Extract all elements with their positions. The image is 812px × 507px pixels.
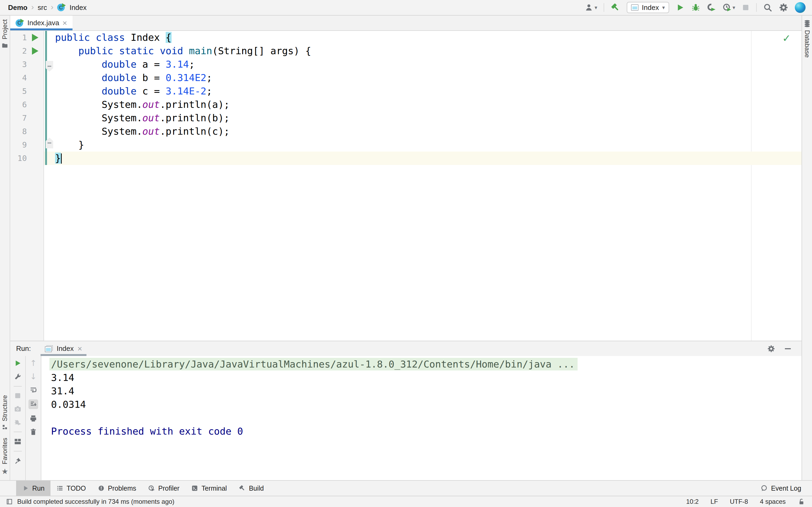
gear-icon xyxy=(779,3,789,12)
editor-tab-index-java[interactable]: C Index.java × xyxy=(10,15,72,30)
play-icon xyxy=(22,485,29,492)
run-toolbar-primary xyxy=(10,356,26,480)
line-number: 8 xyxy=(10,127,27,136)
toolwindow-profiler-label: Profiler xyxy=(158,485,180,492)
restore-layout-icon[interactable] xyxy=(14,438,22,446)
active-tab-underline xyxy=(10,29,72,30)
breadcrumb-src[interactable]: src xyxy=(38,3,47,12)
profiler-button[interactable]: ▾ xyxy=(722,3,735,12)
run-line-icon[interactable] xyxy=(32,34,38,41)
hide-tool-window-icon[interactable] xyxy=(785,348,791,349)
run-button[interactable] xyxy=(675,3,685,12)
gutter-row: 10 xyxy=(10,152,44,165)
pin-tab-icon[interactable] xyxy=(14,457,22,465)
run-settings-gear-icon[interactable] xyxy=(767,345,775,353)
run-with-coverage-button[interactable] xyxy=(707,3,716,12)
gutter-row: 9 xyxy=(10,138,44,152)
run-tab-underline xyxy=(41,354,87,356)
stripe-favorites-button[interactable]: Favorites ★ xyxy=(1,438,9,476)
profiler-clock-icon xyxy=(722,3,731,12)
code-line[interactable]: double c = 3.14E-2; xyxy=(55,84,802,98)
event-log-button[interactable]: Event Log xyxy=(754,481,812,496)
stop-icon xyxy=(742,3,750,11)
code-line[interactable]: System.out.println(a); xyxy=(55,98,802,111)
line-number: 4 xyxy=(10,73,27,82)
debug-button[interactable] xyxy=(691,3,700,12)
run-toolbar-console: ↑ ↓ xyxy=(26,356,41,480)
stripe-database-button[interactable]: Database xyxy=(803,20,811,58)
line-separator[interactable]: LF xyxy=(711,498,718,505)
scroll-to-end-icon xyxy=(30,400,37,408)
prev-occurrence-icon-disabled: ↑ xyxy=(30,359,37,367)
rerun-button[interactable] xyxy=(14,359,22,367)
toolwindow-terminal-button[interactable]: Terminal xyxy=(185,481,233,496)
line-number: 9 xyxy=(10,140,27,150)
code-line[interactable]: public static void main(String[] args) { xyxy=(55,44,802,58)
close-icon[interactable]: × xyxy=(78,345,83,353)
soft-wrap-icon[interactable] xyxy=(29,386,37,394)
run-tab-index[interactable]: Index × xyxy=(41,341,87,356)
line-number: 10 xyxy=(10,154,27,163)
code-line[interactable]: } xyxy=(44,152,802,165)
user-account-button[interactable]: ▾ xyxy=(584,3,597,12)
line-number: 6 xyxy=(10,100,27,109)
file-encoding[interactable]: UTF-8 xyxy=(730,498,748,505)
chevron-separator-icon: › xyxy=(31,3,34,11)
code-line[interactable]: double a = 3.14; xyxy=(55,58,802,71)
toolwindow-run-button[interactable]: Run xyxy=(16,481,50,496)
code-line[interactable]: public class Index { xyxy=(55,31,802,44)
toolwindow-profiler-button[interactable]: Profiler xyxy=(142,481,185,496)
folder-icon xyxy=(1,42,8,49)
code-line[interactable]: System.out.println(c); xyxy=(55,125,802,138)
code-line[interactable]: } xyxy=(55,138,802,152)
console-line-blank xyxy=(51,411,802,425)
print-icon[interactable] xyxy=(29,414,37,422)
editor-code-area[interactable]: ✓ public class Index { public static voi… xyxy=(44,31,802,341)
stop-icon-disabled xyxy=(14,392,21,399)
scroll-to-end-button-selected[interactable] xyxy=(29,399,38,409)
console-line-out: 31.4 xyxy=(51,384,802,398)
star-icon: ★ xyxy=(1,467,8,476)
close-icon[interactable]: × xyxy=(62,19,67,27)
run-configuration-select[interactable]: Index ▾ xyxy=(627,2,669,13)
run-tab-label: Index xyxy=(57,344,74,353)
run-line-icon[interactable] xyxy=(32,47,38,55)
ide-window: Demo › src › C Index ▾ Index ▾ xyxy=(0,0,812,507)
unlock-icon[interactable] xyxy=(798,498,805,505)
status-message[interactable]: Build completed successfully in 734 ms (… xyxy=(17,498,174,505)
run-console-output[interactable]: /Users/sevenone/Library/Java/JavaVirtual… xyxy=(41,356,802,480)
code-line[interactable]: System.out.println(b); xyxy=(55,111,802,125)
code-line[interactable]: double b = 0.314E2; xyxy=(55,71,802,84)
breadcrumb-file[interactable]: Index xyxy=(69,3,87,12)
toolwindow-build-button[interactable]: Build xyxy=(233,481,270,496)
line-number: 3 xyxy=(10,60,27,69)
gutter-row: 1 xyxy=(10,31,44,44)
structure-stripe-label: Structure xyxy=(1,395,9,421)
console-line-cmd[interactable]: /Users/sevenone/Library/Java/JavaVirtual… xyxy=(51,357,802,371)
stripe-project-button[interactable]: Project xyxy=(1,19,9,49)
tool-window-toggle-icon[interactable] xyxy=(6,498,13,505)
code-editor[interactable]: 12345678910 ✓ public class Index { publi… xyxy=(10,31,802,341)
stripe-structure-button[interactable]: Structure xyxy=(1,395,9,430)
next-occurrence-icon-disabled: ↓ xyxy=(30,373,37,381)
ide-sphere-icon[interactable] xyxy=(795,2,806,13)
build-project-button[interactable] xyxy=(611,3,620,12)
chevron-down-icon: ▾ xyxy=(595,4,597,11)
console-line-out: 3.14 xyxy=(51,371,802,384)
clear-all-trash-icon[interactable] xyxy=(29,428,37,436)
chevron-down-icon: ▾ xyxy=(662,4,665,11)
toolbar-separator xyxy=(756,3,757,12)
toolwindow-problems-label: Problems xyxy=(108,485,137,492)
toolwindow-problems-button[interactable]: Problems xyxy=(92,481,142,496)
settings-button[interactable] xyxy=(779,3,789,12)
thread-dump-camera-icon-disabled xyxy=(14,405,22,413)
breadcrumb-project[interactable]: Demo xyxy=(8,3,28,12)
toolwindow-todo-button[interactable]: TODO xyxy=(50,481,92,496)
app-frame-icon xyxy=(45,345,53,352)
caret-position[interactable]: 10:2 xyxy=(686,498,699,505)
toolbar-separator xyxy=(604,3,604,12)
right-tool-stripe: Database xyxy=(802,15,812,480)
edit-configuration-wrench-icon[interactable] xyxy=(14,373,22,381)
search-everywhere-button[interactable] xyxy=(763,3,772,12)
indent-size[interactable]: 4 spaces xyxy=(760,498,786,505)
